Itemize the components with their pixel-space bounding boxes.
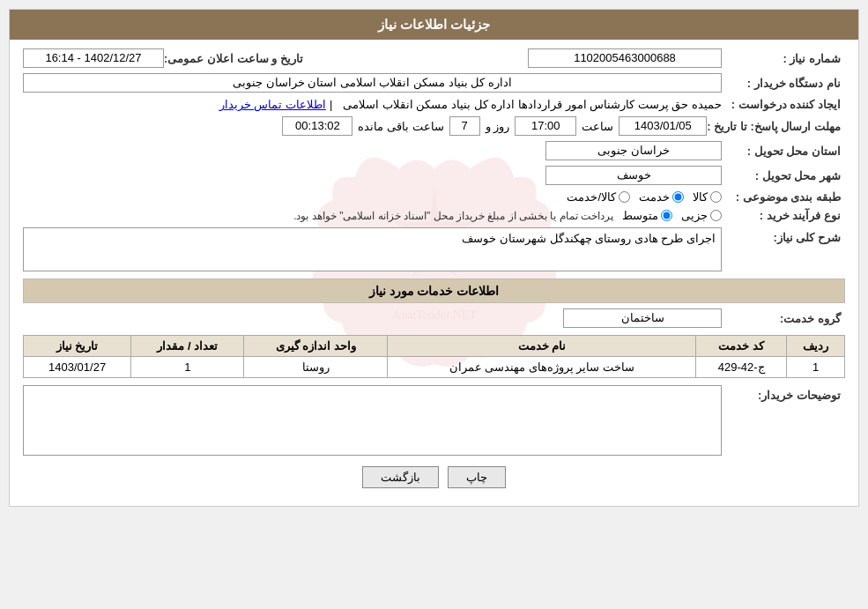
saat-label: ساعت [576, 120, 619, 133]
header-title: جزئیات اطلاعات نیاز [378, 17, 490, 32]
gorooh-value: ساختمان [563, 308, 722, 328]
rooz-value: 7 [449, 116, 480, 136]
tarikh-value: 1403/01/05 [619, 116, 707, 136]
tabaqe-khadamat-label: خدمت [639, 190, 670, 204]
ijad-konande-value: حمیده حق پرست کارشناس امور قراردادها ادا… [343, 98, 722, 111]
baqi-value: 00:13:02 [282, 116, 352, 136]
shomare-niaz-label: شماره نیاز : [722, 52, 845, 65]
col-date: تاریخ نیاز [24, 336, 131, 357]
cell-radif: 1 [787, 357, 845, 378]
nov-jozii-label: جزیی [681, 209, 708, 222]
tosif-textarea[interactable] [23, 385, 722, 456]
tabaqe-kala-khadamat[interactable]: کالا/خدمت [567, 190, 630, 204]
col-unit: واحد اندازه گیری [244, 336, 388, 357]
gorooh-label: گروه خدمت: [722, 312, 845, 325]
tabaqe-kala[interactable]: کالا [693, 190, 722, 204]
saat-value: 17:00 [515, 116, 576, 136]
tabaqe-kala-label: کالا [693, 190, 708, 204]
sharh-value: اجرای طرح هادی روستای چهکندگل شهرستان خو… [23, 227, 722, 271]
tabaqe-kala-radio[interactable] [710, 191, 722, 203]
col-name: نام خدمت [388, 336, 696, 357]
print-button[interactable]: چاپ [448, 466, 506, 488]
nov-farayand-label: نوع فرآیند خرید : [722, 209, 845, 222]
shahr-value: خوسف [545, 166, 722, 185]
shahr-label: شهر محل تحویل : [722, 169, 845, 182]
rooz-label: روز و [480, 120, 516, 133]
tabaqe-kala-khadamat-radio[interactable] [619, 191, 630, 203]
cell-date: 1403/01/27 [24, 357, 131, 378]
col-count: تعداد / مقدار [131, 336, 244, 357]
tabaqe-label: طبقه بندی موضوعی : [722, 190, 845, 204]
button-row: چاپ بازگشت [23, 466, 845, 488]
nam-dastgah-label: نام دستگاه خریدار : [722, 77, 845, 90]
nov-note: پرداخت تمام یا بخشی از مبلغ خریداز محل "… [293, 210, 622, 222]
tarikh-elam-value: 1402/12/27 - 16:14 [23, 48, 164, 68]
nov-mottaset-radio[interactable] [661, 210, 672, 221]
shomare-niaz-value: 1102005463000688 [528, 48, 722, 68]
table-row: 1ج-42-429ساخت سایر پروژه‌های مهندسی عمرا… [24, 357, 845, 378]
tarikh-elam-label: تاریخ و ساعت اعلان عمومی: [164, 52, 308, 65]
tabaqe-khadamat-radio[interactable] [672, 191, 684, 203]
sharh-label: شرح کلی نیاز: [722, 227, 845, 244]
ijad-konande-link[interactable]: اطلاعات تماس خریدار [219, 98, 326, 111]
back-button[interactable]: بازگشت [362, 466, 439, 488]
nov-farayand-group: جزیی متوسط [622, 209, 722, 222]
tabaqe-khadamat[interactable]: خدمت [639, 190, 684, 204]
cell-name: ساخت سایر پروژه‌های مهندسی عمران [388, 357, 696, 378]
services-table: ردیف کد خدمت نام خدمت واحد اندازه گیری ت… [23, 335, 845, 378]
mohlat-label: مهلت ارسال پاسخ: تا تاریخ : [707, 120, 845, 133]
khadamat-section-title: اطلاعات خدمات مورد نیاز [23, 279, 845, 303]
cell-unit: روستا [244, 357, 388, 378]
nov-jozii[interactable]: جزیی [681, 209, 722, 222]
tabaqe-kala-khadamat-label: کالا/خدمت [567, 190, 616, 204]
tabaqe-group: کالا خدمت کالا/خدمت [567, 190, 722, 204]
cell-kod: ج-42-429 [696, 357, 787, 378]
ijad-konande-label: ایجاد کننده درخواست : [722, 98, 845, 111]
page-header: جزئیات اطلاعات نیاز [10, 10, 858, 40]
col-kod: کد خدمت [696, 336, 787, 357]
nov-jozii-radio[interactable] [710, 210, 722, 221]
col-radif: ردیف [787, 336, 845, 357]
tosif-label: توضیحات خریدار: [722, 385, 845, 402]
ostan-value: خراسان جنوبی [545, 141, 722, 160]
ostan-label: استان محل تحویل : [722, 145, 845, 158]
nov-mottaset[interactable]: متوسط [622, 209, 672, 222]
baqi-label: ساعت باقی مانده [352, 120, 449, 133]
nam-dastgah-value: اداره کل بنیاد مسکن انقلاب اسلامی استان … [23, 73, 722, 93]
cell-count: 1 [131, 357, 244, 378]
nov-mottaset-label: متوسط [622, 209, 658, 222]
